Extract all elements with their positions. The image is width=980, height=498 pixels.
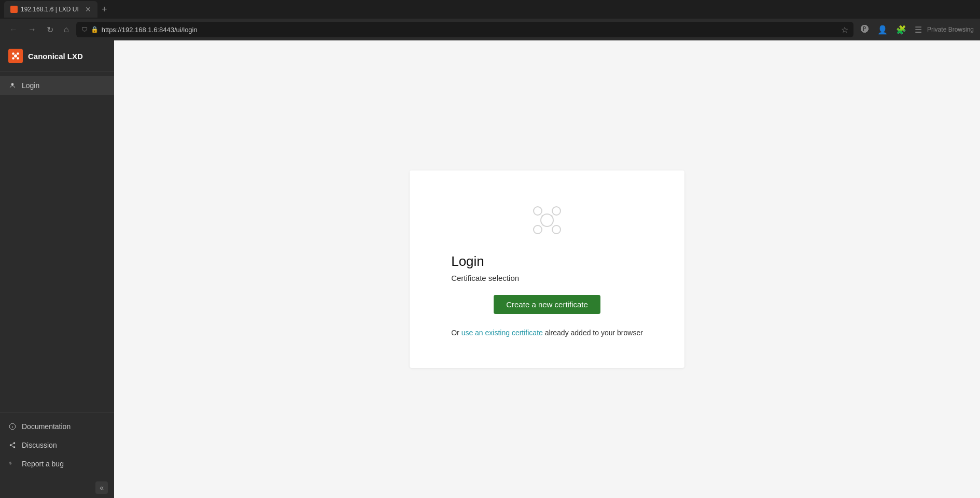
existing-suffix: already added to your browser xyxy=(543,329,643,337)
sidebar-nav: Login xyxy=(0,72,114,247)
app-layout: Canonical LXD Login xyxy=(0,40,980,498)
url-text: https://192.168.1.6:8443/ui/login xyxy=(102,26,838,34)
account-button[interactable]: 👤 xyxy=(874,23,891,37)
svg-point-18 xyxy=(534,225,542,234)
tab-close-button[interactable]: ✕ xyxy=(85,5,91,13)
new-tab-button[interactable]: + xyxy=(100,2,109,17)
svg-point-0 xyxy=(14,54,17,58)
sidebar-item-login[interactable]: Login xyxy=(0,76,114,95)
svg-point-9 xyxy=(13,442,16,444)
existing-prefix: Or xyxy=(451,329,461,337)
extensions-button[interactable]: 🧩 xyxy=(893,23,909,37)
sidebar-collapse: « xyxy=(0,477,114,498)
share-icon xyxy=(8,441,17,449)
svg-point-11 xyxy=(13,446,16,448)
login-title: Login xyxy=(451,253,484,269)
browser-tab[interactable]: 192.168.1.6 | LXD UI ✕ xyxy=(4,1,97,18)
security-icon: 🛡 xyxy=(81,26,88,33)
existing-certificate-link[interactable]: use an existing certificate xyxy=(461,329,543,337)
svg-point-1 xyxy=(12,52,15,55)
pocket-button[interactable]: 🅟 xyxy=(858,23,872,36)
tab-title: 192.168.1.6 | LXD UI xyxy=(21,6,82,13)
sidebar-title: Canonical LXD xyxy=(28,52,83,61)
back-button[interactable]: ← xyxy=(6,23,21,36)
sidebar-item-login-label: Login xyxy=(22,81,39,90)
toolbar-right: 🅟 👤 🧩 ☰ Private Browsing xyxy=(858,23,974,37)
info-icon xyxy=(8,422,17,431)
bug-icon: $ xyxy=(8,460,17,468)
sidebar-footer: Documentation Discussion $ xyxy=(0,412,114,477)
existing-cert-section: Or use an existing certificate already a… xyxy=(451,329,643,337)
menu-button[interactable]: ☰ xyxy=(912,23,925,37)
sidebar-item-report-bug[interactable]: $ Report a bug xyxy=(0,454,114,473)
svg-point-19 xyxy=(552,225,561,234)
login-card: Login Certificate selection Create a new… xyxy=(410,170,684,368)
forward-button[interactable]: → xyxy=(25,23,39,36)
sidebar-logo xyxy=(8,49,23,63)
report-bug-label: Report a bug xyxy=(22,460,64,468)
person-icon xyxy=(8,81,17,90)
svg-text:$: $ xyxy=(9,461,11,465)
lock-icon: 🔒 xyxy=(91,26,99,33)
reload-button[interactable]: ↻ xyxy=(44,23,57,37)
home-button[interactable]: ⌂ xyxy=(61,23,72,36)
svg-point-4 xyxy=(17,57,19,60)
svg-line-13 xyxy=(11,444,13,445)
create-certificate-button[interactable]: Create a new certificate xyxy=(494,295,600,314)
collapse-button[interactable]: « xyxy=(95,481,108,494)
sidebar-item-documentation[interactable]: Documentation xyxy=(0,417,114,436)
discussion-label: Discussion xyxy=(22,441,57,449)
login-subtitle: Certificate selection xyxy=(451,274,519,282)
svg-point-16 xyxy=(534,207,542,215)
main-content: Login Certificate selection Create a new… xyxy=(114,40,980,498)
browser-chrome: 192.168.1.6 | LXD UI ✕ + ← → ↻ ⌂ 🛡 🔒 htt… xyxy=(0,0,980,40)
address-bar[interactable]: 🛡 🔒 https://192.168.1.6:8443/ui/login ☆ xyxy=(76,22,853,37)
documentation-label: Documentation xyxy=(22,422,71,431)
svg-point-10 xyxy=(10,444,12,446)
tab-favicon xyxy=(10,6,18,13)
svg-line-12 xyxy=(11,446,13,447)
svg-point-17 xyxy=(552,207,561,215)
svg-point-5 xyxy=(11,83,14,86)
svg-point-3 xyxy=(12,57,15,60)
sidebar: Canonical LXD Login xyxy=(0,40,114,498)
sidebar-item-discussion[interactable]: Discussion xyxy=(0,436,114,454)
private-browsing-label: Private Browsing xyxy=(927,26,974,33)
bookmark-icon[interactable]: ☆ xyxy=(841,25,848,35)
login-icon xyxy=(528,202,566,241)
nav-bar: ← → ↻ ⌂ 🛡 🔒 https://192.168.1.6:8443/ui/… xyxy=(0,19,980,40)
svg-point-2 xyxy=(17,52,19,55)
sidebar-spacer xyxy=(0,247,114,413)
tab-bar: 192.168.1.6 | LXD UI ✕ + xyxy=(0,0,980,19)
sidebar-header: Canonical LXD xyxy=(0,40,114,72)
logo-icon xyxy=(11,51,20,61)
